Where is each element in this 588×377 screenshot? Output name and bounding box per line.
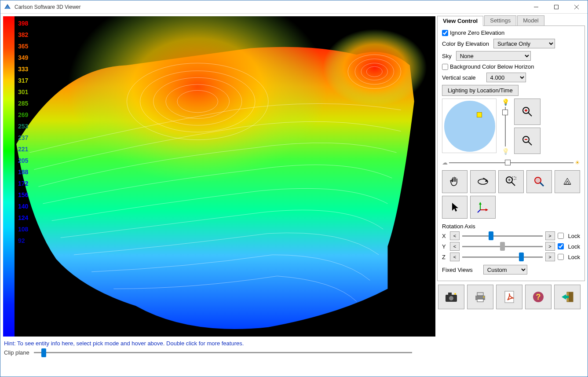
color-by-label: Color By Elevation [442, 40, 489, 47]
tab-settings[interactable]: Settings [484, 15, 516, 26]
svg-rect-51 [569, 292, 573, 302]
close-button[interactable] [566, 0, 587, 13]
z-lock-label: Lock [568, 254, 580, 260]
light-intensity-slider[interactable] [505, 107, 506, 146]
sky-select[interactable]: None [456, 51, 531, 61]
svg-point-46 [483, 296, 485, 298]
svg-line-18 [528, 113, 532, 116]
y-rotation-slider[interactable] [462, 246, 543, 247]
zoom-window-button[interactable] [498, 170, 524, 193]
y-decrease-button[interactable]: < [450, 242, 460, 251]
lighting-button[interactable]: Lighting by Location/Time [442, 85, 519, 96]
x-lock-checkbox[interactable] [558, 233, 564, 239]
svg-line-22 [528, 142, 532, 145]
pick-button[interactable] [442, 196, 467, 219]
snapshot-button[interactable] [438, 285, 464, 309]
z-decrease-button[interactable]: < [450, 253, 460, 261]
svg-marker-33 [452, 203, 458, 212]
hint-text: Hint: To see entity info here, select pi… [3, 338, 435, 348]
exit-button[interactable] [554, 285, 581, 309]
zoom-extents-button[interactable] [526, 170, 552, 193]
ucs-button[interactable] [470, 196, 496, 219]
svg-marker-37 [486, 209, 488, 211]
svg-line-32 [540, 183, 544, 186]
vertical-scale-select[interactable]: 4.000 [486, 73, 526, 82]
pan-icon [449, 176, 461, 188]
zoom-window-icon [505, 176, 517, 188]
z-lock-checkbox[interactable] [558, 254, 564, 260]
camera-icon [445, 291, 458, 303]
bulb-on-icon: 💡 [502, 99, 509, 106]
wireframe-button[interactable] [555, 170, 580, 193]
minimize-button[interactable] [526, 0, 546, 13]
tab-model[interactable]: Model [517, 15, 544, 26]
svg-rect-44 [477, 293, 483, 296]
zoom-in-icon [522, 106, 533, 117]
color-by-select[interactable]: Surface Only [493, 39, 555, 48]
colorbar-labels: 398382 365349 333317 301285 269253 23722… [18, 20, 28, 244]
print-button[interactable] [467, 285, 493, 309]
zoom-in-button[interactable] [514, 99, 541, 125]
bulb-off-icon: 💡 [502, 148, 509, 155]
svg-rect-7 [3, 16, 435, 337]
tab-view-control[interactable]: View Control [437, 16, 483, 26]
pdf-icon [504, 290, 515, 304]
maximize-button[interactable] [546, 0, 566, 13]
z-increase-button[interactable]: > [545, 253, 555, 261]
sky-label: Sky [442, 53, 452, 59]
clip-plane-label: Clip plane [4, 349, 29, 356]
svg-rect-3 [555, 5, 559, 9]
svg-marker-35 [479, 202, 482, 205]
app-logo-icon [4, 4, 11, 11]
x-lock-label: Lock [568, 233, 580, 239]
svg-text:?: ? [536, 293, 541, 301]
pointer-icon [449, 201, 461, 213]
pdf-button[interactable] [496, 285, 522, 309]
svg-rect-30 [512, 177, 516, 179]
pan-button[interactable] [442, 170, 467, 193]
svg-line-38 [478, 210, 480, 212]
svg-line-27 [511, 182, 515, 186]
haze-slider[interactable] [449, 162, 573, 163]
svg-rect-45 [477, 299, 483, 302]
rotation-axis-header: Rotation Axis [442, 223, 580, 230]
axis-y-label: Y [442, 243, 447, 250]
z-rotation-slider[interactable] [462, 256, 543, 258]
action-bar: ? [437, 285, 585, 309]
zoom-out-button[interactable] [514, 128, 541, 154]
orbit-button[interactable] [470, 170, 496, 193]
panel-tabs: View Control Settings Model [437, 15, 585, 26]
ignore-zero-label: Ignore Zero Elevation [450, 29, 504, 36]
exit-icon [561, 291, 574, 303]
print-icon [474, 291, 487, 303]
clip-plane-slider[interactable] [34, 352, 412, 353]
zoom-extent-icon [533, 176, 545, 188]
terrain-render [3, 16, 435, 337]
orbit-icon [477, 176, 489, 188]
svg-point-31 [535, 177, 541, 183]
fixed-views-label: Fixed Views [442, 267, 473, 273]
sun-position-dial[interactable] [442, 99, 497, 153]
ignore-zero-checkbox[interactable] [442, 30, 448, 36]
x-increase-button[interactable]: > [545, 231, 555, 240]
sun-handle-icon[interactable] [477, 112, 482, 117]
fixed-views-select[interactable]: Custom [483, 265, 527, 275]
svg-rect-41 [448, 293, 452, 295]
help-icon: ? [532, 291, 544, 303]
elevation-colorbar [3, 16, 15, 337]
cloud-icon: ☁ [442, 159, 448, 166]
y-increase-button[interactable]: > [545, 242, 555, 251]
bg-below-checkbox[interactable] [442, 64, 448, 70]
3d-viewport[interactable]: 398382 365349 333317 301285 269253 23722… [3, 16, 435, 337]
view-control-panel: Ignore Zero Elevation Color By Elevation… [437, 26, 585, 281]
x-rotation-slider[interactable] [462, 235, 543, 237]
ucs-icon [477, 201, 489, 213]
help-button[interactable]: ? [525, 285, 551, 309]
vertical-scale-label: Vertical scale [442, 74, 476, 81]
svg-point-42 [454, 293, 456, 295]
wireframe-icon [561, 176, 573, 188]
x-decrease-button[interactable]: < [450, 231, 460, 240]
y-lock-checkbox[interactable] [558, 243, 564, 249]
titlebar: Carlson Software 3D Viewer [0, 0, 588, 14]
y-lock-label: Lock [568, 243, 580, 250]
